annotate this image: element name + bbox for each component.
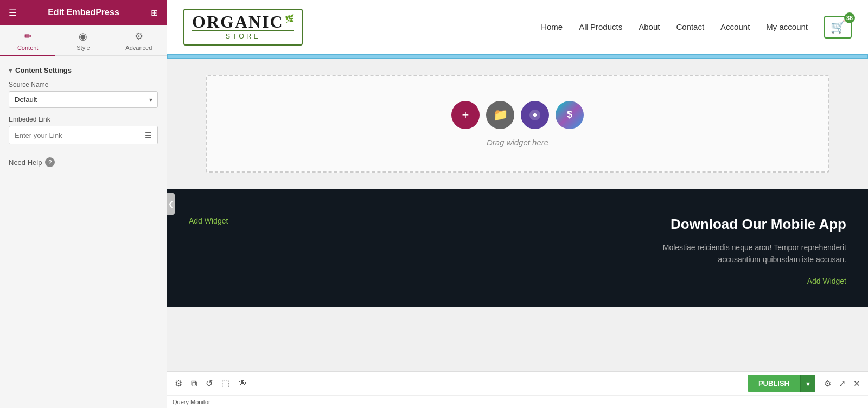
logo-text: Organic 🌿 Store [192, 13, 294, 40]
add-widget-icon-btn[interactable]: + [451, 101, 480, 129]
nav-about[interactable]: About [639, 22, 660, 31]
embed-link-input[interactable] [9, 127, 139, 144]
section-header[interactable]: ▾ Content Settings [9, 62, 158, 81]
canvas-highlight-bar [167, 54, 868, 59]
section-title: Content Settings [15, 66, 72, 74]
embed-link-input-wrapper: ☰ [9, 126, 158, 144]
tab-style[interactable]: ◉ Style [55, 25, 111, 56]
scribe-icon-btn[interactable]: $ [556, 101, 584, 129]
nav-all-products[interactable]: All Products [579, 22, 622, 31]
need-help-label: Need Help [9, 158, 42, 167]
embed-link-row: Embeded Link ☰ [9, 116, 158, 144]
cart-badge: 36 [844, 12, 855, 23]
bottom-bar-icons: ⚙ ⧉ ↺ ⬚ 👁 [175, 378, 739, 388]
footer-inner: Add Widget Download Our Mobile App Moles… [189, 216, 846, 285]
grid-icon[interactable]: ⊞ [151, 8, 158, 18]
embed-link-label: Embeded Link [9, 116, 158, 123]
bottom-close-icon[interactable]: ✕ [853, 379, 860, 388]
nav-account[interactable]: Account [720, 22, 750, 31]
canvas-area: + 📁 $ [167, 54, 868, 371]
need-help-button[interactable]: Need Help ? [0, 152, 167, 173]
content-tab-icon: ✏ [24, 30, 32, 42]
logo-leaf-icon: 🌿 [285, 14, 294, 23]
logo-store-text: Store [192, 30, 294, 40]
top-nav: Organic 🌿 Store Home All Products About … [167, 0, 868, 54]
source-name-select[interactable]: Default YouTube Vimeo Twitter [9, 91, 158, 108]
query-monitor-label: Query Monitor [173, 399, 210, 405]
section-chevron-icon: ▾ [9, 67, 12, 74]
advanced-tab-label: Advanced [125, 44, 152, 51]
publish-dropdown-button[interactable]: ▾ [800, 375, 815, 392]
folder-icon-btn[interactable]: 📁 [486, 101, 514, 129]
style-tab-label: Style [76, 44, 90, 51]
logo-organic-text: Organic [192, 13, 284, 30]
cart-button[interactable]: 🛒 36 [824, 16, 852, 39]
logo-area: Organic 🌿 Store [183, 9, 303, 46]
footer-add-widget-link[interactable]: Add Widget [189, 216, 228, 225]
footer-right: Download Our Mobile App Molestiae reicie… [629, 216, 846, 285]
sidebar-title: Edit EmbedPress [48, 8, 119, 17]
style-tab-icon: ◉ [79, 30, 87, 42]
content-tab-label: Content [17, 44, 39, 51]
advanced-tab-icon: ⚙ [135, 30, 143, 42]
main-area: Organic 🌿 Store Home All Products About … [167, 0, 868, 408]
nav-contact[interactable]: Contact [676, 22, 704, 31]
source-name-row: Source Name Default YouTube Vimeo Twitte… [9, 81, 158, 108]
collapse-icon: ❮ [168, 200, 174, 208]
sidebar-header: ☰ Edit EmbedPress ⊞ [0, 0, 167, 25]
content-settings-section: ▾ Content Settings Source Name Default Y… [0, 62, 167, 144]
embed-link-list-icon[interactable]: ☰ [139, 126, 157, 144]
history-icon[interactable]: ↺ [206, 378, 213, 388]
sidebar-content: ▾ Content Settings Source Name Default Y… [0, 56, 167, 408]
query-monitor-bar: Query Monitor [167, 395, 868, 408]
footer-left: Add Widget [189, 216, 228, 226]
nav-my-account[interactable]: My account [766, 22, 808, 31]
footer-app-title: Download Our Mobile App [629, 216, 846, 233]
bottom-right-icons: ⚙ ⤢ ✕ [824, 379, 860, 388]
publish-button[interactable]: PUBLISH [748, 375, 800, 392]
bottom-expand-icon[interactable]: ⤢ [839, 379, 846, 388]
publish-group: PUBLISH ▾ [748, 375, 815, 392]
responsive-icon[interactable]: ⬚ [221, 378, 229, 388]
help-circle-icon: ? [45, 157, 55, 167]
nav-links: Home All Products About Contact Account … [541, 16, 852, 39]
sidebar-tabs: ✏ Content ◉ Style ⚙ Advanced [0, 25, 167, 56]
footer-section: Add Widget Download Our Mobile App Moles… [167, 189, 868, 307]
embed-icon-btn[interactable] [521, 101, 549, 129]
source-name-select-wrapper: Default YouTube Vimeo Twitter ▾ [9, 91, 158, 108]
collapse-handle[interactable]: ❮ [167, 193, 175, 215]
canvas-main: + 📁 $ [167, 59, 868, 189]
settings-icon[interactable]: ⚙ [175, 378, 182, 388]
source-name-label: Source Name [9, 81, 158, 88]
sidebar: ☰ Edit EmbedPress ⊞ ✏ Content ◉ Style ⚙ … [0, 0, 167, 408]
bottom-gear-icon[interactable]: ⚙ [824, 379, 831, 388]
embed-svg-icon [528, 109, 541, 122]
tab-advanced[interactable]: ⚙ Advanced [111, 25, 167, 56]
scribe-label: $ [567, 109, 572, 120]
footer-add-widget-bottom[interactable]: Add Widget [629, 277, 846, 285]
footer-description: Molestiae reiciendis neque arcu! Tempor … [629, 241, 846, 266]
svg-point-1 [533, 113, 537, 117]
logo-box: Organic 🌿 Store [183, 9, 303, 46]
nav-home[interactable]: Home [541, 22, 563, 31]
widget-drop-zone[interactable]: + 📁 $ [206, 75, 829, 173]
bottom-bar: ⚙ ⧉ ↺ ⬚ 👁 PUBLISH ▾ ⚙ ⤢ ✕ [167, 371, 868, 395]
layers-icon[interactable]: ⧉ [191, 379, 197, 388]
eye-icon[interactable]: 👁 [238, 379, 247, 388]
drag-widget-text: Drag widget here [487, 138, 548, 147]
tab-content[interactable]: ✏ Content [0, 25, 55, 56]
cart-icon: 🛒 [831, 20, 845, 34]
hamburger-icon[interactable]: ☰ [9, 8, 16, 18]
widget-icons-row: + 📁 $ [451, 101, 584, 129]
